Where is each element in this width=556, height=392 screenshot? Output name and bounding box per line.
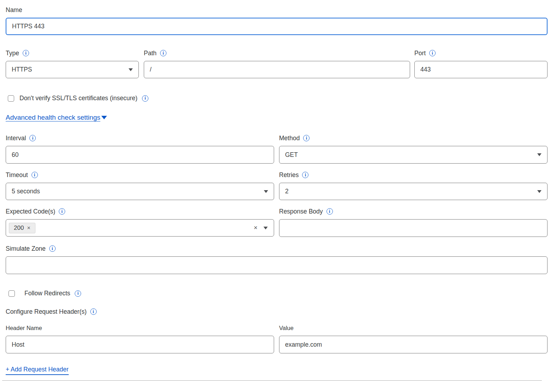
retries-label: Retries [279, 171, 299, 179]
info-icon[interactable]: i [32, 172, 38, 178]
port-label: Port [414, 49, 426, 57]
response-body-label: Response Body [279, 207, 323, 216]
verify-ssl-checkbox[interactable] [8, 95, 14, 102]
type-label: Type [6, 49, 19, 57]
method-select[interactable]: GET [279, 146, 548, 164]
type-path-port-row: Type i HTTPS Path i Port i [6, 49, 548, 78]
info-icon[interactable]: i [75, 290, 81, 297]
path-label: Path [144, 49, 157, 57]
interval-input[interactable] [6, 146, 274, 164]
header-value-input[interactable] [279, 336, 548, 353]
name-input[interactable] [6, 18, 548, 35]
info-icon[interactable]: i [327, 208, 333, 215]
method-select-value: GET [285, 151, 298, 159]
remove-tag-icon[interactable]: × [27, 225, 30, 231]
type-select-value: HTTPS [12, 66, 32, 73]
simulate-zone-label: Simulate Zone [6, 244, 46, 253]
divider [2, 380, 542, 381]
chevron-down-icon [129, 68, 133, 71]
info-icon[interactable]: i [49, 245, 56, 252]
advanced-settings-label: Advanced health check settings [6, 114, 100, 121]
interval-label: Interval [6, 134, 26, 142]
info-icon[interactable]: i [429, 50, 436, 56]
timeout-retries-row: Timeout i 5 seconds Retries i 2 [6, 171, 548, 200]
info-icon[interactable]: i [59, 208, 65, 215]
follow-redirects-checkbox[interactable] [8, 290, 15, 297]
clear-all-icon[interactable]: × [254, 224, 257, 232]
request-header-row: Header Name Value [6, 325, 548, 353]
interval-method-row: Interval i Method i GET [6, 134, 548, 164]
chevron-down-icon [101, 116, 107, 119]
health-check-form: Name Type i HTTPS Path i Port i [0, 0, 556, 381]
port-input[interactable] [414, 61, 548, 78]
chevron-down-icon [537, 190, 541, 193]
simulate-zone-input[interactable] [6, 256, 548, 274]
request-headers-title-row: Configure Request Header(s) i [6, 307, 548, 316]
follow-redirects-label: Follow Redirects [24, 290, 70, 297]
info-icon[interactable]: i [142, 95, 148, 102]
header-name-column-label: Header Name [6, 325, 274, 331]
multiselect-controls: × [254, 220, 268, 236]
simulate-zone-row: Simulate Zone i [6, 244, 548, 274]
expected-codes-multiselect[interactable]: 200 × × [6, 219, 274, 237]
verify-ssl-label: Don't verify SSL/TLS certificates (insec… [19, 95, 137, 102]
info-icon[interactable]: i [160, 50, 166, 56]
path-input[interactable] [144, 61, 410, 78]
chevron-down-icon [264, 190, 268, 193]
advanced-settings-toggle[interactable]: Advanced health check settings [6, 114, 107, 121]
info-icon[interactable]: i [29, 135, 36, 141]
type-select[interactable]: HTTPS [6, 61, 139, 78]
timeout-select[interactable]: 5 seconds [6, 183, 274, 200]
header-value-column-label: Value [279, 325, 548, 331]
response-body-input[interactable] [279, 219, 548, 237]
chevron-down-icon[interactable] [263, 227, 268, 229]
info-icon[interactable]: i [90, 308, 97, 315]
method-label: Method [279, 134, 300, 142]
retries-select[interactable]: 2 [279, 183, 548, 200]
name-label-row: Name [6, 6, 548, 14]
codes-body-row: Expected Code(s) i 200 × × Response Body… [6, 207, 548, 237]
header-name-input[interactable] [6, 336, 274, 353]
expected-codes-label: Expected Code(s) [6, 207, 55, 216]
follow-redirects-row: Follow Redirects i [6, 290, 548, 297]
chevron-down-icon [537, 153, 541, 156]
info-icon[interactable]: i [303, 135, 310, 141]
timeout-select-value: 5 seconds [12, 188, 40, 195]
code-tag-value: 200 [14, 225, 24, 232]
info-icon[interactable]: i [23, 50, 29, 56]
name-label: Name [6, 6, 22, 14]
add-request-header-link[interactable]: + Add Request Header [6, 366, 69, 375]
info-icon[interactable]: i [302, 172, 308, 178]
verify-ssl-row: Don't verify SSL/TLS certificates (insec… [6, 95, 548, 102]
request-headers-title: Configure Request Header(s) [6, 307, 87, 316]
code-tag: 200 × [9, 223, 35, 233]
retries-select-value: 2 [285, 188, 289, 195]
timeout-label: Timeout [6, 171, 28, 179]
